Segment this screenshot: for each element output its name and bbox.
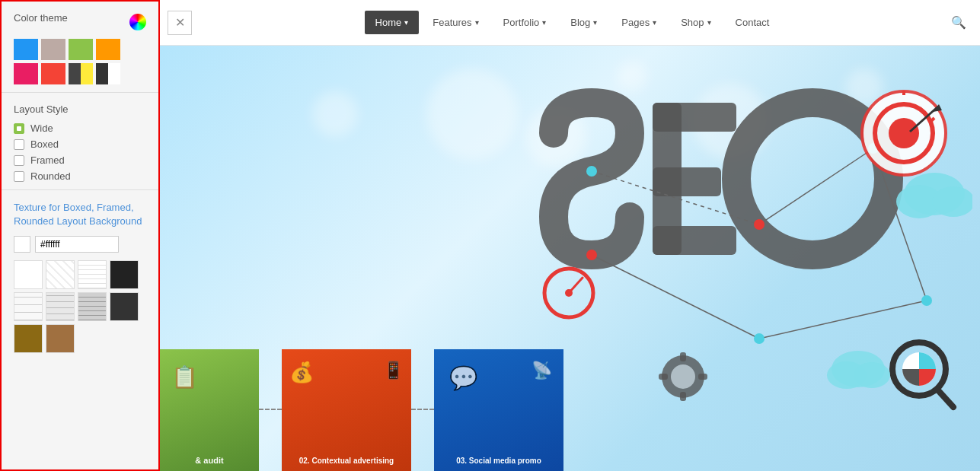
svg-rect-30 <box>659 374 668 380</box>
color-theme-section: Color theme <box>2 2 158 93</box>
svg-rect-31 <box>698 374 707 380</box>
texture-grid <box>14 260 146 321</box>
nav-item-home[interactable]: Home ▾ <box>365 11 420 34</box>
svg-point-18 <box>889 118 919 148</box>
texture-swatch-grid-dense[interactable] <box>46 292 75 321</box>
nav-portfolio-label: Portfolio <box>503 17 540 28</box>
texture-swatch-dark-solid[interactable] <box>110 292 139 321</box>
hero-area: & audit 📋 02. Contextual advertising 💰 📱… <box>160 46 980 471</box>
chevron-down-icon: ▾ <box>475 18 479 27</box>
color-input-row <box>14 236 146 253</box>
card-icon: 💬 <box>449 364 477 391</box>
search-icon[interactable]: 🔍 <box>945 9 972 36</box>
layout-style-label: Layout Style <box>14 103 146 115</box>
svg-point-34 <box>565 289 573 297</box>
nav-item-blog[interactable]: Blog ▾ <box>560 11 608 34</box>
svg-rect-2 <box>653 167 721 196</box>
radio-boxed <box>14 139 24 150</box>
nav-shop-label: Shop <box>681 17 704 28</box>
nav-features-label: Features <box>433 17 471 28</box>
color-theme-header: Color theme <box>14 12 146 31</box>
color-theme-label: Color theme <box>14 12 68 24</box>
main-content: ✕ Home ▾ Features ▾ Portfolio ▾ Blog ▾ P… <box>160 0 980 471</box>
texture-swatch-grid-gray[interactable] <box>78 292 107 321</box>
svg-point-13 <box>586 250 597 260</box>
chevron-down-icon: ▾ <box>653 18 656 27</box>
color-swatch-pink[interactable] <box>14 63 38 84</box>
texture-title-label: Texture for Boxed, Framed, Rounded Layou… <box>14 201 146 228</box>
card-icon: 💰 <box>289 361 314 384</box>
svg-point-10 <box>586 166 597 177</box>
texture-swatch-grid-medium[interactable] <box>14 292 43 321</box>
layout-boxed-label: Boxed <box>30 138 59 150</box>
card-blue-label: 03. Social media promo <box>434 457 563 465</box>
nav-blog-label: Blog <box>570 17 590 28</box>
layout-style-section: Layout Style Wide Boxed Framed Rounded <box>2 93 158 190</box>
layout-option-rounded[interactable]: Rounded <box>14 170 146 182</box>
card-blue[interactable]: 03. Social media promo 💬 📡 <box>434 349 563 471</box>
color-preview[interactable] <box>14 236 30 253</box>
color-swatch-dark[interactable] <box>69 63 93 84</box>
svg-line-24 <box>938 390 953 407</box>
layout-option-framed[interactable]: Framed <box>14 154 146 166</box>
radio-wide <box>14 123 24 134</box>
dashed-connector <box>259 409 282 410</box>
svg-point-11 <box>754 219 765 230</box>
close-button[interactable]: ✕ <box>168 11 192 35</box>
layout-rounded-label: Rounded <box>30 170 71 182</box>
svg-line-9 <box>759 301 927 339</box>
card-icon: 📋 <box>171 364 198 390</box>
texture-swatch-diagonal[interactable] <box>46 260 75 289</box>
chevron-down-icon: ▾ <box>707 18 711 27</box>
nav-item-portfolio[interactable]: Portfolio ▾ <box>493 11 557 34</box>
radio-rounded <box>14 171 24 182</box>
radio-framed <box>14 155 24 166</box>
nav-item-pages[interactable]: Pages ▾ <box>611 11 667 34</box>
texture-row-bottom <box>14 324 146 353</box>
card-icon: 📡 <box>531 361 552 380</box>
color-swatches <box>14 39 146 84</box>
card-green[interactable]: & audit 📋 <box>160 349 259 471</box>
svg-line-6 <box>759 148 873 224</box>
svg-rect-29 <box>680 392 686 401</box>
color-wheel-icon[interactable] <box>129 14 146 30</box>
svg-point-15 <box>921 295 932 306</box>
svg-line-8 <box>592 255 759 339</box>
color-swatch-blue[interactable] <box>14 39 38 60</box>
bokeh-circle <box>312 91 358 137</box>
texture-swatch-white[interactable] <box>14 260 43 289</box>
card-green-label: & audit <box>160 456 259 465</box>
card-icon: 📱 <box>383 361 404 380</box>
dashed-connector <box>411 409 434 410</box>
color-swatch-yellow[interactable] <box>96 63 120 84</box>
texture-swatch-grid-light[interactable] <box>78 260 107 289</box>
layout-framed-label: Framed <box>30 154 65 166</box>
color-swatch-orange[interactable] <box>96 39 120 60</box>
color-swatch-red[interactable] <box>41 63 65 84</box>
layout-option-wide[interactable]: Wide <box>14 123 146 134</box>
card-orange-label: 02. Contextual advertising <box>282 457 411 465</box>
layout-options: Wide Boxed Framed Rounded <box>14 123 146 182</box>
svg-rect-28 <box>680 352 686 361</box>
card-orange[interactable]: 02. Contextual advertising 💰 📱 <box>282 349 411 471</box>
layout-option-boxed[interactable]: Boxed <box>14 138 146 150</box>
nav-item-shop[interactable]: Shop ▾ <box>670 11 721 34</box>
seo-svg <box>531 72 972 445</box>
cards-container: & audit 📋 02. Contextual advertising 💰 📱… <box>160 349 563 471</box>
hex-input[interactable] <box>35 236 119 253</box>
color-swatch-green[interactable] <box>69 39 93 60</box>
chevron-down-icon: ▾ <box>404 18 408 27</box>
svg-point-40 <box>854 362 890 388</box>
nav-item-features[interactable]: Features ▾ <box>422 11 489 34</box>
nav-contact-label: Contact <box>736 17 770 28</box>
nav-item-contact[interactable]: Contact <box>725 11 780 34</box>
navbar: ✕ Home ▾ Features ▾ Portfolio ▾ Blog ▾ P… <box>160 0 980 46</box>
texture-swatch-tan[interactable] <box>46 324 75 353</box>
nav-pages-label: Pages <box>621 17 650 28</box>
texture-swatch-black[interactable] <box>110 260 139 289</box>
texture-swatch-brown[interactable] <box>14 324 43 353</box>
color-swatch-tan[interactable] <box>41 39 65 60</box>
bokeh-circle <box>426 68 518 160</box>
svg-point-14 <box>754 333 765 344</box>
chevron-down-icon: ▾ <box>593 18 597 27</box>
